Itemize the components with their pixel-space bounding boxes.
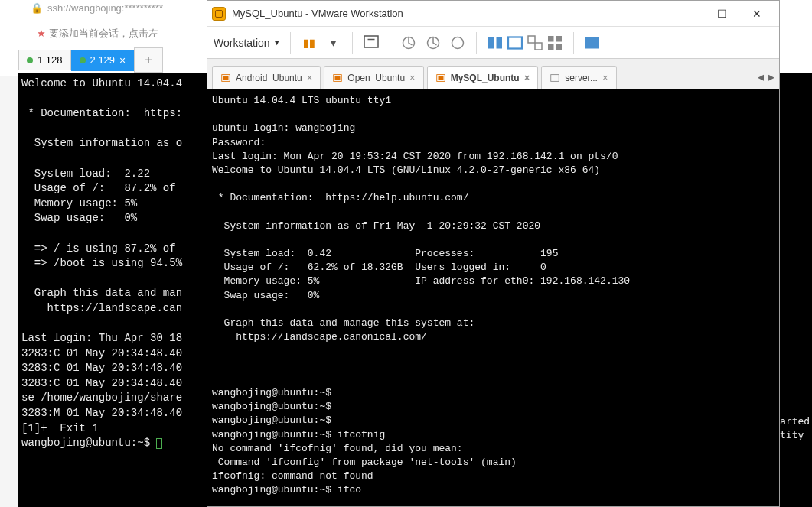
svg-rect-6 bbox=[508, 37, 522, 48]
vmware-menubar: Workstation ▼ ▮▮ ▾ bbox=[207, 27, 779, 59]
fit-guest-button[interactable] bbox=[486, 34, 504, 52]
tab-prev-button[interactable]: ◂ bbox=[758, 70, 764, 84]
send-keys-button[interactable] bbox=[362, 34, 380, 52]
vm-icon bbox=[332, 73, 343, 83]
vm-tab-android-label: Android_Ubuntu bbox=[236, 73, 302, 83]
vmware-titlebar[interactable]: MySQL_Ubuntu - VMware Workstation — ☐ ✕ bbox=[207, 1, 779, 27]
session-note: ★要添加当前会话，点击左 bbox=[37, 27, 158, 41]
vmware-tabs: Android_Ubuntu × Open_Ubuntu × MySQL_Ubu… bbox=[207, 59, 779, 89]
svg-rect-11 bbox=[548, 44, 554, 50]
vmware-window: MySQL_Ubuntu - VMware Workstation — ☐ ✕ … bbox=[207, 0, 780, 507]
vm-icon bbox=[435, 73, 446, 83]
unity-button[interactable] bbox=[526, 34, 544, 52]
fullscreen-button[interactable] bbox=[506, 34, 524, 52]
revert-snapshot-button[interactable] bbox=[448, 34, 467, 52]
session-note-text: 要添加当前会话，点击左 bbox=[49, 28, 158, 39]
separator bbox=[352, 32, 353, 54]
browser-tab-1-label: 1 128 bbox=[38, 54, 63, 66]
snapshot-manager-button[interactable] bbox=[424, 34, 442, 52]
close-icon[interactable]: × bbox=[307, 72, 313, 83]
svg-rect-19 bbox=[438, 76, 443, 80]
close-icon[interactable]: × bbox=[119, 54, 126, 67]
svg-rect-5 bbox=[496, 37, 502, 48]
vm-tab-server-label: server... bbox=[565, 73, 598, 83]
svg-rect-9 bbox=[548, 36, 554, 42]
workstation-menu[interactable]: Workstation ▼ bbox=[214, 37, 281, 49]
browser-tabs: 1 128 2 129 × ＋ bbox=[18, 47, 163, 73]
separator bbox=[390, 32, 390, 54]
tab-nav: ◂ ▸ bbox=[758, 70, 774, 89]
address-bar: 🔒ssh://wangbojing:********** bbox=[31, 2, 163, 14]
browser-tab-2[interactable]: 2 129 × bbox=[71, 50, 135, 71]
maximize-button[interactable]: ☐ bbox=[704, 2, 739, 25]
close-icon[interactable]: × bbox=[602, 72, 608, 83]
bookmark-icon: ★ bbox=[37, 28, 46, 39]
pause-button[interactable]: ▮▮ bbox=[300, 34, 318, 52]
cursor-icon bbox=[156, 438, 162, 449]
console-view-button[interactable] bbox=[546, 34, 564, 52]
tab-next-button[interactable]: ▸ bbox=[768, 70, 774, 84]
vm-icon bbox=[220, 73, 231, 83]
separator bbox=[573, 32, 574, 54]
separator bbox=[476, 32, 477, 54]
close-icon[interactable]: × bbox=[524, 72, 530, 83]
chevron-down-icon: ▼ bbox=[273, 38, 281, 47]
vm-icon bbox=[549, 73, 560, 83]
vmware-app-icon bbox=[212, 7, 226, 21]
minimize-button[interactable]: — bbox=[669, 2, 704, 25]
address-text: ssh://wangbojing:********** bbox=[47, 2, 163, 14]
svg-rect-17 bbox=[335, 76, 341, 80]
vm-terminal-content: Ubuntu 14.04.4 LTS ubuntu tty1 ubuntu lo… bbox=[212, 95, 630, 496]
svg-rect-12 bbox=[556, 44, 562, 50]
vm-tab-open-label: Open_Ubuntu bbox=[347, 73, 405, 83]
svg-rect-7 bbox=[528, 36, 535, 43]
add-tab-button[interactable]: ＋ bbox=[134, 47, 163, 73]
svg-rect-20 bbox=[551, 74, 559, 81]
svg-rect-15 bbox=[223, 76, 229, 80]
left-terminal-content: Welcome to Ubuntu 14.04.4 * Documentatio… bbox=[21, 77, 182, 449]
lock-icon: 🔒 bbox=[31, 2, 43, 14]
vm-terminal[interactable]: Ubuntu 14.04.4 LTS ubuntu tty1 ubuntu lo… bbox=[207, 89, 779, 506]
right-strip-content: arted tity bbox=[780, 415, 810, 440]
play-dropdown[interactable]: ▾ bbox=[324, 34, 343, 52]
library-button[interactable] bbox=[583, 34, 602, 52]
close-icon[interactable]: × bbox=[409, 72, 416, 83]
svg-point-3 bbox=[452, 37, 463, 48]
browser-tab-1[interactable]: 1 128 bbox=[18, 50, 71, 70]
vm-tab-open[interactable]: Open_Ubuntu × bbox=[324, 66, 423, 89]
snapshot-button[interactable] bbox=[399, 34, 418, 52]
svg-rect-0 bbox=[364, 36, 378, 47]
svg-rect-8 bbox=[535, 43, 542, 50]
svg-rect-10 bbox=[556, 36, 562, 42]
window-buttons: — ☐ ✕ bbox=[669, 2, 774, 25]
workstation-menu-label: Workstation bbox=[214, 37, 270, 49]
status-dot-icon bbox=[80, 57, 86, 63]
svg-rect-4 bbox=[488, 37, 494, 48]
browser-tab-2-label: 2 129 bbox=[90, 54, 116, 66]
right-terminal-strip: arted tity bbox=[780, 73, 812, 507]
status-dot-icon bbox=[27, 57, 33, 63]
vm-tab-mysql-label: MySQL_Ubuntu bbox=[451, 73, 520, 83]
vm-tab-android[interactable]: Android_Ubuntu × bbox=[212, 66, 321, 89]
vm-tab-server[interactable]: server... × bbox=[541, 66, 616, 89]
svg-rect-13 bbox=[585, 37, 599, 48]
vmware-title: MySQL_Ubuntu - VMware Workstation bbox=[232, 8, 669, 19]
view-mode-group bbox=[486, 34, 564, 52]
close-button[interactable]: ✕ bbox=[739, 2, 774, 25]
separator bbox=[290, 32, 291, 54]
vm-tab-mysql[interactable]: MySQL_Ubuntu × bbox=[427, 66, 539, 89]
